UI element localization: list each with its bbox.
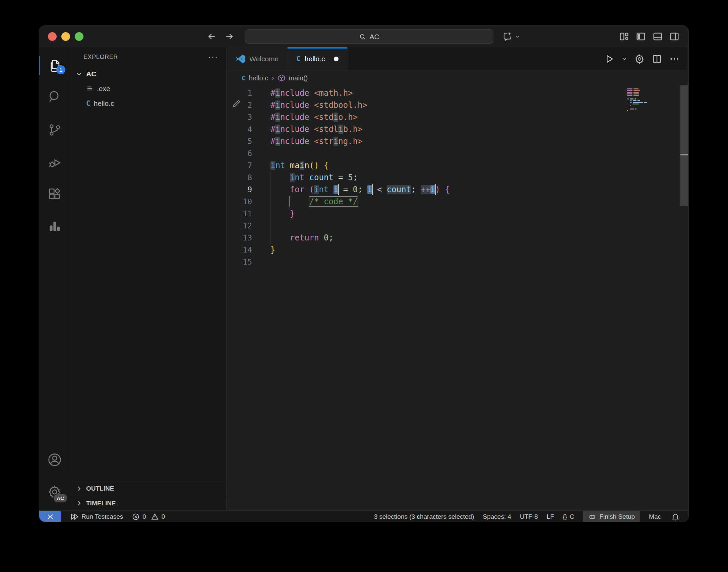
run-file-icon[interactable] — [604, 54, 615, 64]
workbench: 1 — [39, 47, 688, 510]
tab-welcome[interactable]: Welcome — [227, 47, 288, 70]
copilot-menu[interactable] — [502, 26, 521, 47]
toggle-panel-icon[interactable] — [652, 31, 663, 42]
code-editor[interactable]: 1#include <math.h>2#include <stdbool.h>3… — [227, 85, 688, 510]
split-editor-icon[interactable] — [652, 54, 662, 64]
run-testcases-button[interactable]: Run Testcases — [70, 512, 123, 521]
code-token: 0 — [324, 233, 328, 242]
toggle-secondary-sidebar-icon[interactable] — [669, 31, 680, 42]
line-number: 7 — [227, 159, 252, 171]
indentation-label: Spaces: 4 — [483, 513, 511, 520]
problems-indicator[interactable]: 0 0 — [132, 513, 165, 521]
command-center[interactable]: AC — [245, 29, 493, 44]
copilot-icon — [502, 31, 512, 42]
code-token: # — [270, 100, 275, 110]
code-token: <std — [314, 113, 333, 122]
code-line[interactable]: 11 } — [227, 208, 688, 220]
os-status[interactable]: Mac — [649, 513, 661, 520]
minimap-bar — [633, 95, 639, 96]
tree-item-root[interactable]: AC — [70, 67, 226, 81]
sidebar-item-run-debug[interactable] — [39, 151, 70, 174]
code-line[interactable]: 3#include <stdio.h> — [227, 111, 688, 123]
remote-indicator[interactable] — [39, 511, 61, 522]
tree-item-exe[interactable]: .exe — [70, 81, 226, 96]
code-token: i — [333, 185, 338, 194]
modified-dot-icon[interactable] — [334, 57, 339, 61]
text-file-icon — [86, 85, 94, 92]
tree-item-helloc[interactable]: C hello.c — [70, 96, 226, 111]
editor-actions — [604, 47, 688, 70]
sidebar-item-extensions[interactable] — [39, 183, 70, 205]
c-file-icon: C — [296, 55, 301, 63]
code-token: nclude — [280, 88, 309, 98]
code-line[interactable]: 8 int count = 5; — [227, 171, 688, 184]
sidebar-item-search[interactable] — [39, 85, 70, 108]
minimize-button[interactable] — [61, 32, 70, 41]
search-icon — [359, 33, 366, 41]
code-token: < — [372, 185, 387, 194]
close-button[interactable] — [48, 32, 57, 41]
timeline-section[interactable]: TIMELINE — [70, 496, 226, 510]
breadcrumb-symbol[interactable]: main() — [289, 74, 308, 82]
more-actions-icon[interactable] — [669, 54, 680, 64]
line-number: 14 — [227, 244, 252, 256]
code-line[interactable]: 5#include <string.h> — [227, 135, 688, 147]
account-button[interactable] — [39, 448, 70, 471]
editor-scrollbar[interactable] — [680, 85, 688, 510]
code-line[interactable]: 13 return 0; — [227, 232, 688, 244]
customize-layout-icon[interactable] — [619, 31, 629, 42]
code-line[interactable]: 7int main() { — [227, 159, 688, 171]
back-arrow-icon[interactable] — [207, 31, 217, 42]
code-line[interactable]: 1#include <math.h> — [227, 87, 688, 99]
code-token: i — [314, 185, 319, 194]
eol-status[interactable]: LF — [547, 513, 554, 520]
scrollbar-thumb[interactable] — [680, 85, 688, 206]
run-dropdown-chevron-icon[interactable] — [621, 56, 627, 62]
code-token: } — [270, 245, 275, 255]
minimap-bar — [634, 98, 636, 99]
language-mode-status[interactable]: {} C — [563, 513, 574, 520]
sidebar-item-explorer[interactable]: 1 — [39, 54, 70, 77]
encoding-status[interactable]: UTF-8 — [520, 513, 538, 520]
forward-arrow-icon[interactable] — [224, 31, 234, 42]
code-token — [328, 185, 333, 194]
code-lines: 1#include <math.h>2#include <stdbool.h>3… — [227, 87, 688, 268]
selection-status[interactable]: 3 selections (3 characters selected) — [374, 513, 474, 520]
code-token — [304, 185, 309, 194]
code-line[interactable]: 15 — [227, 256, 688, 268]
settings-button[interactable]: AC — [39, 481, 70, 503]
minimap[interactable] — [627, 88, 682, 113]
code-line[interactable]: 4#include <stdlib.h> — [227, 123, 688, 135]
code-line[interactable]: 9 for (int i = 0; i < count; ++i) { — [227, 184, 688, 196]
settings-gear-icon[interactable] — [634, 54, 645, 64]
code-token — [309, 100, 314, 110]
chevron-down-icon — [75, 70, 83, 78]
code-line[interactable]: 12 — [227, 220, 688, 232]
more-actions-icon[interactable]: ··· — [208, 52, 218, 62]
command-center-value: AC — [369, 33, 379, 41]
sidebar-item-testcases[interactable] — [39, 215, 70, 237]
finish-setup-button[interactable]: Finish Setup — [583, 511, 640, 522]
chevron-right-icon — [75, 485, 83, 492]
minimap-row — [627, 112, 682, 113]
code-line[interactable]: 6 — [227, 147, 688, 159]
indentation-status[interactable]: Spaces: 4 — [483, 513, 511, 520]
outline-section[interactable]: OUTLINE — [70, 481, 226, 496]
notifications-bell-icon[interactable] — [671, 512, 680, 521]
code-line[interactable]: 10 /* code */ — [227, 196, 688, 208]
code-line[interactable]: 14} — [227, 244, 688, 256]
toggle-primary-sidebar-icon[interactable] — [635, 31, 646, 42]
tab-label: Welcome — [249, 55, 279, 63]
code-token: = — [333, 173, 348, 182]
code-line[interactable]: 2#include <stdbool.h> — [227, 99, 688, 111]
breadcrumb[interactable]: C hello.c › main() — [227, 71, 688, 85]
tab-helloc[interactable]: C hello.c — [288, 47, 347, 70]
breadcrumb-file[interactable]: hello.c — [249, 74, 268, 82]
sidebar-item-source-control[interactable] — [39, 119, 70, 141]
code-token: ( — [309, 185, 314, 194]
code-token — [304, 173, 309, 182]
code-token — [319, 161, 324, 170]
braces-icon: {} — [563, 513, 567, 520]
zoom-button[interactable] — [75, 32, 83, 41]
code-token — [309, 113, 314, 122]
